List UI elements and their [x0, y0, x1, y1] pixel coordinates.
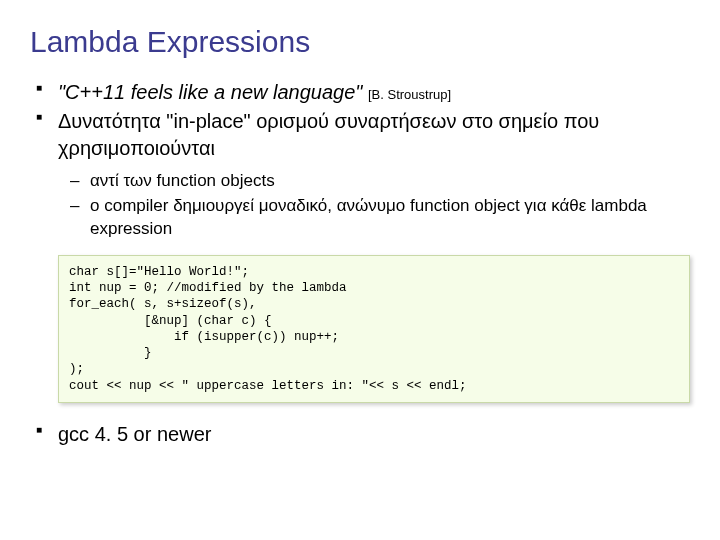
bullet-list: "C++11 feels like a new language" [B. St…: [30, 79, 690, 162]
sub-bullet-item: ο compiler δημιουργεί μοναδικό, ανώνυμο …: [30, 195, 690, 241]
quote-text: "C++11 feels like a new language": [58, 81, 362, 103]
bullet-item: gcc 4. 5 or newer: [30, 421, 690, 448]
code-block: char s[]="Hello World!"; int nup = 0; //…: [58, 255, 690, 403]
sub-bullet-list: αντί των function objects ο compiler δημ…: [30, 170, 690, 241]
bullet-item: Δυνατότητα "in-place" ορισμού συναρτήσεω…: [30, 108, 690, 162]
quote-attribution: [B. Stroustrup]: [368, 87, 451, 102]
bullet-list-lower: gcc 4. 5 or newer: [30, 421, 690, 448]
slide-title: Lambda Expressions: [30, 25, 690, 59]
bullet-item: "C++11 feels like a new language" [B. St…: [30, 79, 690, 106]
sub-bullet-item: αντί των function objects: [30, 170, 690, 193]
